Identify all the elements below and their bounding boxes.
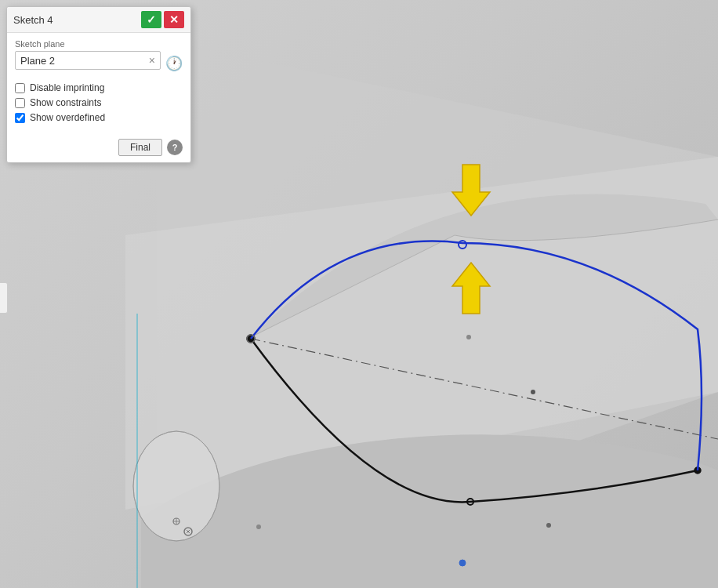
sketch-plane-clear-icon[interactable]: × [149,54,155,67]
final-button[interactable]: Final [118,139,162,156]
show-overdefined-checkbox[interactable] [15,113,25,123]
confirm-button[interactable]: ✓ [141,11,161,28]
help-button[interactable]: ? [167,140,183,155]
svg-point-15 [466,335,471,339]
left-edge-tab[interactable] [0,282,8,314]
panel-header: Sketch 4 ✓ ✕ [7,7,190,33]
svg-point-23 [546,523,551,528]
disable-imprinting-checkbox[interactable] [15,83,25,93]
show-overdefined-label[interactable]: Show overdefined [30,112,105,123]
sketch-plane-label: Sketch plane [15,39,183,49]
disable-imprinting-row: Disable imprinting [15,82,183,93]
show-constraints-label[interactable]: Show constraints [30,97,101,108]
svg-point-14 [459,560,466,566]
sketch-plane-field[interactable]: Plane 2 × [15,51,161,70]
sketch-panel: Sketch 4 ✓ ✕ Sketch plane Plane 2 × 🕐 Di… [6,6,191,163]
sketch-plane-clock-icon[interactable]: 🕐 [165,55,183,72]
show-constraints-row: Show constraints [15,97,183,108]
cancel-button[interactable]: ✕ [164,11,184,28]
sketch-plane-value: Plane 2 [20,55,146,67]
panel-header-buttons: ✓ ✕ [141,11,184,28]
panel-footer: Final ? [7,135,190,162]
panel-title: Sketch 4 [13,14,53,26]
show-overdefined-row: Show overdefined [15,112,183,123]
show-constraints-checkbox[interactable] [15,98,25,108]
svg-point-8 [531,390,535,394]
disable-imprinting-label[interactable]: Disable imprinting [30,82,104,93]
svg-point-22 [256,524,261,529]
panel-body: Sketch plane Plane 2 × 🕐 Disable imprint… [7,33,190,135]
